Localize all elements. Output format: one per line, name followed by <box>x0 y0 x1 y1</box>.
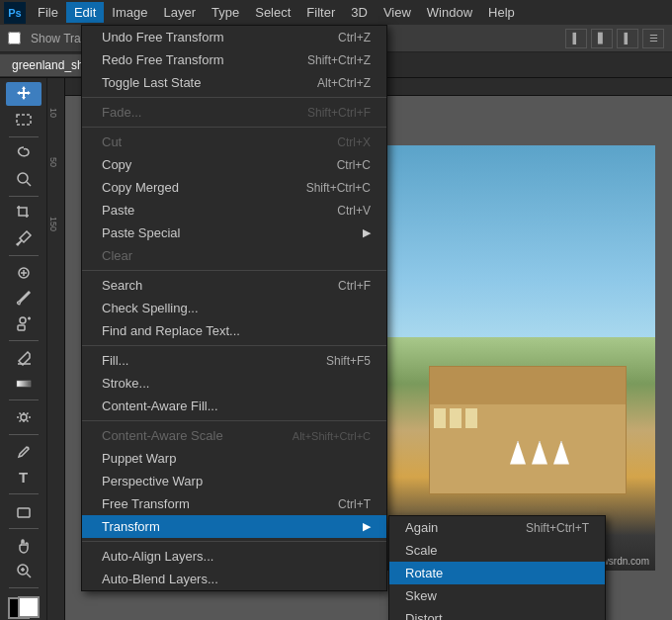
svg-line-15 <box>27 574 31 577</box>
menu-item-cut-label: Cut <box>102 134 122 149</box>
submenu-item-rotate[interactable]: Rotate <box>389 562 605 584</box>
tool-zoom[interactable] <box>6 559 42 582</box>
svg-rect-11 <box>17 381 31 387</box>
tool-eraser[interactable] <box>6 346 42 370</box>
menu-sep-2 <box>82 127 386 128</box>
menu-item-content-aware-scale-label: Content-Aware Scale <box>102 428 223 443</box>
svg-rect-7 <box>18 325 25 330</box>
tool-gradient[interactable] <box>6 372 42 396</box>
tool-hand[interactable] <box>6 533 42 557</box>
menu-item-copy-merged-label: Copy Merged <box>102 180 179 195</box>
tool-separator-5 <box>9 399 39 400</box>
menu-item-copy-merged[interactable]: Copy Merged Shift+Ctrl+C <box>82 176 386 199</box>
submenu-item-skew[interactable]: Skew <box>389 584 605 607</box>
menu-item-auto-blend[interactable]: Auto-Blend Layers... <box>82 568 386 590</box>
menu-item-auto-align-label: Auto-Align Layers... <box>102 549 213 564</box>
menu-item-toggle[interactable]: Toggle Last State Alt+Ctrl+Z <box>82 71 386 94</box>
menu-edit[interactable]: Edit <box>66 2 104 23</box>
menu-layer[interactable]: Layer <box>156 2 205 23</box>
menu-item-perspective-warp[interactable]: Perspective Warp <box>82 470 386 492</box>
menu-view[interactable]: View <box>376 2 419 23</box>
menu-file[interactable]: File <box>30 2 66 23</box>
submenu-item-distort[interactable]: Distort <box>389 607 605 620</box>
menu-item-undo-shortcut: Ctrl+Z <box>338 31 371 44</box>
tool-text[interactable]: T <box>6 465 42 488</box>
menu-item-check-spelling-label: Check Spelling... <box>102 301 199 315</box>
menu-item-find-replace-label: Find and Replace Text... <box>102 323 240 338</box>
menu-item-content-aware-fill[interactable]: Content-Aware Fill... <box>82 395 386 417</box>
menu-item-stroke[interactable]: Stroke... <box>82 372 386 395</box>
align-left-icon[interactable]: ▌ <box>565 29 587 48</box>
menu-item-fade-label: Fade... <box>102 105 141 120</box>
color-swatches[interactable] <box>6 595 42 620</box>
menu-item-copy-merged-shortcut: Shift+Ctrl+C <box>306 181 371 195</box>
menu-item-free-transform[interactable]: Free Transform Ctrl+T <box>82 492 386 515</box>
menu-item-paste-special-label: Paste Special <box>102 225 181 240</box>
edit-menu: Undo Free Transform Ctrl+Z Redo Free Tra… <box>81 25 387 591</box>
menu-item-puppet-warp[interactable]: Puppet Warp <box>82 447 386 470</box>
menu-window[interactable]: Window <box>419 2 480 23</box>
menu-item-auto-align[interactable]: Auto-Align Layers... <box>82 545 386 568</box>
menu-item-free-transform-shortcut: Ctrl+T <box>338 497 371 511</box>
submenu-item-rotate-label: Rotate <box>405 566 443 580</box>
submenu-item-again[interactable]: Again Shift+Ctrl+T <box>389 516 605 539</box>
menu-item-fade-shortcut: Shift+Ctrl+F <box>307 106 371 120</box>
menu-item-check-spelling[interactable]: Check Spelling... <box>82 297 386 319</box>
tool-brush[interactable] <box>6 287 42 310</box>
menu-3d[interactable]: 3D <box>343 2 376 23</box>
menu-item-redo[interactable]: Redo Free Transform Shift+Ctrl+Z <box>82 48 386 71</box>
menu-item-undo[interactable]: Undo Free Transform Ctrl+Z <box>82 26 386 48</box>
menu-type[interactable]: Type <box>204 2 247 23</box>
align-right-icon[interactable]: ▌ <box>617 29 638 48</box>
tools-panel: T <box>0 78 47 620</box>
menu-sep-5 <box>82 420 386 421</box>
menu-item-paste-special[interactable]: Paste Special ▶ <box>82 221 386 244</box>
menu-bar: Ps File Edit Image Layer Type Select Fil… <box>0 0 672 25</box>
tool-select-rect[interactable] <box>6 108 42 132</box>
menu-help[interactable]: Help <box>480 2 523 23</box>
transform-controls-checkbox[interactable] <box>8 32 21 44</box>
menu-filter[interactable]: Filter <box>298 2 343 23</box>
menu-item-paste-shortcut: Ctrl+V <box>337 204 371 218</box>
submenu-item-scale[interactable]: Scale <box>389 539 605 562</box>
transform-submenu: Again Shift+Ctrl+T Scale Rotate Skew Dis… <box>388 515 606 620</box>
menu-item-transform[interactable]: Transform ▶ Again Shift+Ctrl+T Scale Rot… <box>82 515 386 538</box>
menu-sep-3 <box>82 270 386 271</box>
tool-shapes[interactable] <box>6 499 42 523</box>
menu-item-cut: Cut Ctrl+X <box>82 131 386 153</box>
menu-item-free-transform-label: Free Transform <box>102 496 190 511</box>
menu-item-content-aware-scale: Content-Aware Scale Alt+Shift+Ctrl+C <box>82 424 386 447</box>
menu-item-find-replace[interactable]: Find and Replace Text... <box>82 319 386 342</box>
tool-move[interactable] <box>6 82 42 106</box>
background-color[interactable] <box>18 596 40 618</box>
menu-item-paste[interactable]: Paste Ctrl+V <box>82 199 386 221</box>
tool-crop[interactable] <box>6 202 42 225</box>
tool-pen[interactable] <box>6 440 42 464</box>
svg-rect-13 <box>18 508 30 517</box>
align-center-icon[interactable]: ▋ <box>591 29 613 48</box>
menu-item-search-label: Search <box>102 278 142 293</box>
tool-spot-heal[interactable] <box>6 261 42 285</box>
menu-item-stroke-label: Stroke... <box>102 376 149 391</box>
tool-blur[interactable] <box>6 405 42 429</box>
menu-image[interactable]: Image <box>104 2 155 23</box>
submenu-item-again-shortcut: Shift+Ctrl+T <box>526 521 589 535</box>
svg-point-12 <box>21 414 27 420</box>
menu-item-search[interactable]: Search Ctrl+F <box>82 274 386 297</box>
menu-item-fill[interactable]: Fill... Shift+F5 <box>82 349 386 372</box>
tool-quick-select[interactable] <box>6 167 42 191</box>
menu-select[interactable]: Select <box>247 2 298 23</box>
menu-item-copy[interactable]: Copy Ctrl+C <box>82 153 386 176</box>
tool-lasso[interactable] <box>6 141 42 165</box>
tool-separator-4 <box>9 340 39 341</box>
menu-item-fill-label: Fill... <box>102 353 128 368</box>
menu-sep-4 <box>82 345 386 346</box>
menu-item-content-aware-scale-shortcut: Alt+Shift+Ctrl+C <box>293 430 371 442</box>
menu-item-copy-shortcut: Ctrl+C <box>337 158 371 172</box>
menu-item-redo-label: Redo Free Transform <box>102 52 224 67</box>
tool-eyedropper[interactable] <box>6 226 42 250</box>
tool-separator-1 <box>9 136 39 137</box>
tool-clone[interactable] <box>6 311 42 335</box>
tool-separator-2 <box>9 196 39 197</box>
distribute-icon[interactable]: ☰ <box>642 29 664 48</box>
